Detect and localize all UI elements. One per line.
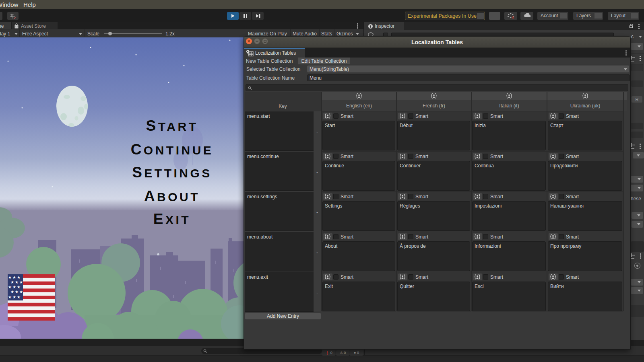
svg-text:★: ★ — [10, 290, 14, 294]
svg-text:★: ★ — [15, 290, 19, 294]
svg-text:★: ★ — [10, 280, 14, 284]
svg-text:★: ★ — [17, 285, 21, 289]
svg-text:★: ★ — [19, 280, 23, 284]
svg-text:★: ★ — [12, 275, 16, 280]
svg-text:★: ★ — [8, 295, 12, 299]
svg-text:★: ★ — [17, 295, 21, 299]
svg-text:★: ★ — [15, 280, 19, 284]
svg-text:★: ★ — [17, 275, 21, 280]
svg-text:★: ★ — [12, 295, 16, 299]
svg-text:★: ★ — [8, 275, 12, 280]
svg-text:★: ★ — [12, 285, 16, 289]
svg-text:★: ★ — [8, 285, 12, 289]
svg-text:★: ★ — [19, 290, 23, 294]
